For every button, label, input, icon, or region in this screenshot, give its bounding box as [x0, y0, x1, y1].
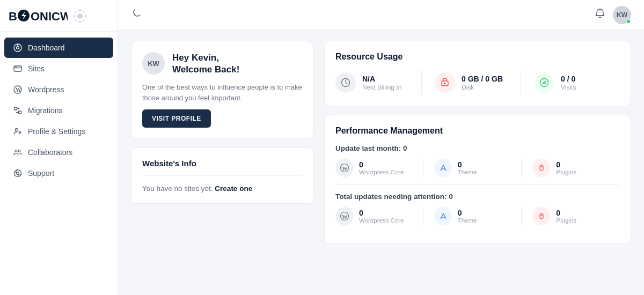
disk-info: 0 GB / 0 GB Disk [462, 75, 503, 91]
last-month-title: Update last month: 0 [335, 144, 620, 152]
perf-section-last-month: Update last month: 0 W 0 Wordpress Core [335, 144, 620, 177]
sidebar-item-wordpress[interactable]: W Wordpress [4, 79, 113, 100]
svg-point-30 [444, 83, 446, 84]
user-avatar[interactable]: KW [613, 6, 631, 24]
theme2-label: Theme [458, 217, 477, 224]
sidebar-item-label: Dashboard [28, 43, 65, 52]
support-icon [13, 168, 23, 178]
perf-item-wp-core2: W 0 Wordpress Core [335, 207, 423, 225]
resource-item-visits: $ 0 / 0 Visits [521, 70, 620, 95]
svg-text:W: W [342, 166, 348, 172]
dark-mode-toggle[interactable] [131, 8, 142, 21]
resource-items: N/A Next Billing In 0 GB / 0 GB Disk [335, 70, 620, 95]
sidebar-item-label: Profile & Settings [28, 127, 85, 136]
sidebar-item-label: Collaborators [28, 148, 72, 157]
plugins-icon [532, 159, 551, 177]
plugins2-label: Plugins [556, 217, 576, 224]
perf-item-wp-core: W 0 Wordpress Core [335, 159, 423, 177]
svg-line-27 [18, 174, 19, 176]
sidebar-item-label: Sites [28, 64, 45, 73]
greeting-line1: Hey Kevin, [172, 53, 219, 63]
theme-label: Theme [458, 169, 477, 175]
topbar-left [131, 8, 142, 21]
content-area: KW Hey Kevin,Welcome Back! One of the be… [118, 30, 644, 295]
welcome-quote: One of the best ways to influence people… [142, 82, 302, 103]
left-column: KW Hey Kevin,Welcome Back! One of the be… [131, 41, 313, 284]
perf-item-plugins: 0 Plugins [521, 159, 620, 177]
section-divider [335, 185, 620, 185]
svg-point-36 [540, 165, 541, 166]
svg-text:W: W [16, 87, 21, 93]
plugins2-value: 0 [556, 209, 576, 217]
svg-rect-17 [19, 111, 21, 114]
wp-core-info: 0 Wordpress Core [359, 160, 404, 175]
attention-title: Total updates needing attention: 0 [335, 193, 620, 201]
svg-text:ONICWP: ONICWP [31, 10, 68, 23]
online-indicator [626, 19, 631, 24]
svg-point-8 [17, 47, 19, 49]
notifications-bell[interactable] [595, 8, 605, 21]
wp-core2-info: 0 Wordpress Core [359, 209, 404, 224]
sidebar-item-dashboard[interactable]: Dashboard [4, 38, 113, 58]
profile-settings-icon [13, 127, 23, 136]
svg-point-41 [540, 213, 541, 215]
resource-item-billing: N/A Next Billing In [335, 70, 421, 95]
wp-core-icon: W [335, 159, 354, 177]
performance-title: Performance Management [335, 126, 620, 136]
perf-item-plugins2: 0 Plugins [521, 207, 620, 225]
plugins2-info: 0 Plugins [556, 209, 576, 224]
sidebar-item-label: Support [28, 169, 54, 178]
websites-info-title: Website's Info [142, 159, 302, 176]
disk-label: Disk [462, 84, 503, 91]
sites-icon [13, 64, 23, 73]
websites-info-card: Website's Info You have no sites yet. Cr… [131, 148, 313, 204]
wp-core-value: 0 [359, 160, 404, 169]
wp-core2-label: Wordpress Core [359, 217, 404, 224]
welcome-avatar: KW [142, 52, 165, 75]
sidebar-item-sites[interactable]: Sites [4, 58, 113, 79]
theme2-info: 0 Theme [458, 209, 477, 224]
svg-point-23 [17, 172, 19, 175]
theme2-value: 0 [458, 209, 477, 217]
sidebar-item-profile-settings[interactable]: Profile & Settings [4, 121, 113, 142]
dashboard-icon [13, 43, 23, 53]
topbar-right: KW [595, 6, 631, 24]
add-site-button[interactable] [74, 10, 86, 22]
perf-section-attention: Total updates needing attention: 0 W 0 W… [335, 193, 620, 225]
disk-icon-circle [435, 72, 455, 93]
logo-icon: B ONICWP [9, 9, 68, 24]
wp-core-label: Wordpress Core [359, 169, 404, 175]
logo-svg: B ONICWP [9, 9, 68, 24]
svg-point-37 [543, 165, 544, 166]
topbar: KW [118, 0, 644, 30]
welcome-card: KW Hey Kevin,Welcome Back! One of the be… [131, 41, 313, 139]
svg-line-25 [19, 174, 20, 174]
svg-text:W: W [342, 214, 348, 220]
sidebar-item-support[interactable]: Support [4, 163, 113, 183]
svg-point-13 [16, 67, 17, 68]
sidebar: B ONICWP Dashboard Sites [0, 0, 118, 295]
theme-value: 0 [458, 160, 477, 169]
sidebar-item-label: Migrations [28, 106, 63, 115]
create-site-link[interactable]: Create one [215, 185, 252, 193]
sidebar-item-collaborators[interactable]: Collaborators [4, 142, 113, 163]
resource-usage-card: Resource Usage N/A Next Billing In [324, 41, 631, 106]
sidebar-logo: B ONICWP [0, 0, 118, 32]
visit-profile-button[interactable]: VISIT PROFILE [142, 109, 211, 128]
perf-item-theme: 0 Theme [423, 159, 522, 177]
resource-item-disk: 0 GB / 0 GB Disk [421, 70, 521, 95]
theme-icon [434, 159, 452, 177]
svg-text:B: B [9, 10, 17, 23]
svg-point-20 [15, 150, 17, 152]
no-sites-label: You have no sites yet. [142, 185, 213, 193]
wordpress-icon: W [13, 85, 23, 94]
billing-info: N/A Next Billing In [362, 75, 401, 91]
svg-text:$: $ [544, 80, 546, 85]
theme2-icon [434, 207, 452, 225]
sidebar-item-migrations[interactable]: Migrations [4, 100, 113, 121]
wp-core2-value: 0 [359, 209, 404, 217]
performance-card: Performance Management Update last month… [324, 115, 631, 244]
migrations-icon [13, 106, 23, 115]
svg-point-12 [15, 67, 16, 68]
billing-icon-circle [335, 72, 356, 93]
